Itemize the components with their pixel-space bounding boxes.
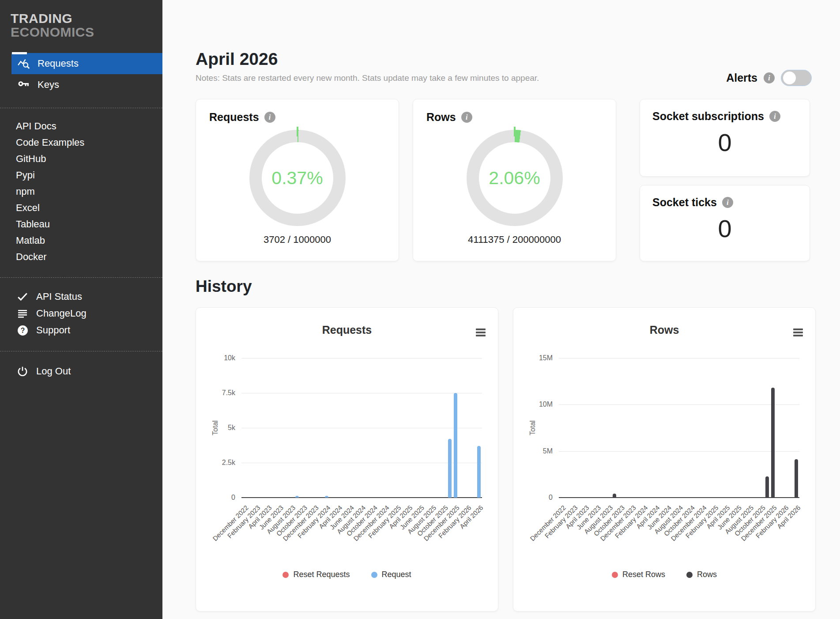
info-icon[interactable]: i [461,112,472,123]
gridline [241,358,482,359]
chart-legend: Reset RowsRows [513,570,815,579]
data-bar [613,494,616,498]
sidebar-item-keys[interactable]: Keys [11,74,162,95]
socket-subscriptions-card: Socket subscriptions i 0 [640,99,810,177]
legend-item[interactable]: Reset Rows [612,570,665,579]
sidebar-nav: Requests Keys [0,53,162,95]
gridline [241,393,482,393]
stats-cards-row: Requests i 0.37% 3702 / 1000000 Rows i 2… [196,99,840,261]
sidebar-logout-section: Log Out [0,363,162,380]
x-axis-line [559,497,799,498]
data-bar [325,496,328,498]
sidebar-divider [0,277,162,278]
page-title: April 2026 [196,49,840,69]
socket-ticks-value: 0 [652,215,797,242]
info-icon[interactable]: i [764,72,775,83]
sidebar-item-changelog[interactable]: ChangeLog [16,305,162,322]
info-icon[interactable]: i [722,197,733,208]
logo-line2: ECONOMICS [11,25,162,39]
legend-item[interactable]: Reset Requests [283,570,350,579]
sidebar-link[interactable]: GitHub [16,151,162,167]
legend-marker [612,572,618,578]
socket-cards-column: Socket subscriptions i 0 Socket ticks i … [640,99,810,261]
legend-marker [283,572,289,578]
alerts-toggle[interactable] [781,70,812,86]
sidebar-link[interactable]: Matlab [16,232,162,249]
legend-item[interactable]: Request [371,570,411,579]
sidebar-item-requests[interactable]: Requests [11,53,162,74]
data-bar [771,388,775,498]
gridline [559,451,799,452]
trading-economics-logo[interactable]: TRADING ECONOMICS [0,0,162,39]
rows-usage: 4111375 / 200000000 [426,234,603,245]
legend-item[interactable]: Rows [686,570,717,579]
x-axis-line [241,497,482,498]
requests-usage: 3702 / 1000000 [209,234,385,245]
chart-menu-icon[interactable] [793,328,803,338]
chart-search-icon [17,57,31,70]
logo-line1: TRADING [11,11,162,25]
legend-label: Reset Requests [293,570,350,579]
rows-history-chart: Rows Reset RowsRows 05M10M15MTotalDecemb… [513,307,816,611]
data-bar [295,496,299,498]
y-axis-tick-label: 10k [207,354,235,362]
sidebar-link[interactable]: Code Examples [16,134,162,151]
power-icon [16,366,29,377]
sidebar-item-label: API Status [36,291,82,302]
y-axis-tick-label: 2.5k [207,459,235,467]
y-axis-tick-label: 0 [207,494,235,502]
sidebar-item-label: Log Out [36,366,71,377]
info-icon[interactable]: i [264,112,275,123]
sidebar-link[interactable]: Docker [16,249,162,265]
y-axis-title: Total [529,420,537,435]
requests-gauge: 0.37% [249,130,346,226]
sidebar-link[interactable]: API Docs [16,118,162,134]
gridline [559,404,799,405]
legend-marker [371,572,377,578]
data-bar [765,476,769,498]
info-icon[interactable]: i [769,111,780,122]
requests-card: Requests i 0.37% 3702 / 1000000 [196,99,399,261]
gridline [241,428,482,428]
sidebar-divider [0,108,162,108]
sidebar: TRADING ECONOMICS Requests [0,0,162,619]
requests-card-title: Requests [209,111,259,124]
history-title: History [196,277,840,296]
sidebar-tools: API Status ChangeLog ? Support [0,288,162,339]
socket-ticks-title: Socket ticks [652,196,717,209]
sidebar-links: API DocsCode ExamplesGitHubPypinpmExcelT… [0,118,162,265]
toggle-knob [783,72,796,84]
gridline [559,358,799,359]
chart-title: Requests [196,324,498,336]
svg-text:?: ? [20,327,25,334]
sidebar-link[interactable]: Tableau [16,216,162,232]
rows-card: Rows i 2.06% 4111375 / 200000000 [413,99,616,261]
question-icon: ? [16,325,29,336]
chart-menu-icon[interactable] [476,328,486,338]
history-charts-row: Requests Reset RequestsRequest 02.5k5k7.… [196,307,840,611]
socket-ticks-card: Socket ticks i 0 [640,185,810,261]
alerts-control: Alerts i [726,70,812,86]
legend-label: Request [382,570,411,579]
chart-legend: Reset RequestsRequest [196,570,498,579]
gauge-tick [297,127,298,136]
y-axis-tick-label: 5M [524,447,553,455]
check-icon [16,291,29,302]
sidebar-item-label: ChangeLog [36,308,87,319]
sidebar-item-label: Requests [38,58,79,69]
socket-subscriptions-value: 0 [652,129,797,156]
data-bar [454,393,457,498]
changelog-icon [16,308,29,319]
sidebar-link[interactable]: npm [16,183,162,200]
sidebar-item-api-status[interactable]: API Status [16,288,162,305]
requests-percent: 0.37% [271,168,323,189]
legend-label: Reset Rows [622,570,665,579]
key-icon [17,79,31,91]
sidebar-item-label: Support [36,325,70,336]
sidebar-item-support[interactable]: ? Support [16,322,162,339]
sidebar-link[interactable]: Pypi [16,167,162,183]
y-axis-title: Total [211,420,219,435]
sidebar-link[interactable]: Excel [16,200,162,216]
rows-percent: 2.06% [489,168,540,189]
logout-button[interactable]: Log Out [16,363,162,380]
